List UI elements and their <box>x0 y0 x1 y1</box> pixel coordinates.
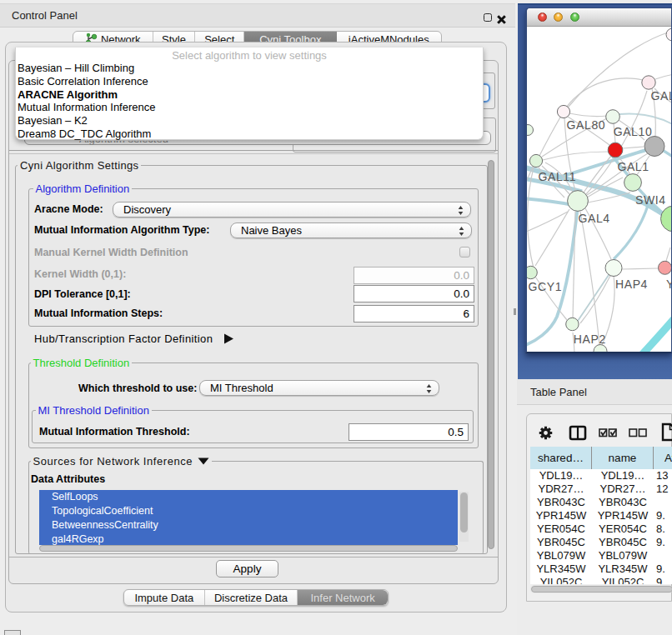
svg-text:GAL10: GAL10 <box>614 125 653 138</box>
svg-text:GAL1: GAL1 <box>617 160 649 173</box>
svg-text:GAL11: GAL11 <box>539 170 577 183</box>
svg-text:Y: Y <box>666 278 672 291</box>
svg-text:GCY1: GCY1 <box>529 280 563 293</box>
svg-text:SWI4: SWI4 <box>635 193 666 207</box>
svg-text:HAP4: HAP4 <box>615 278 648 291</box>
svg-text:GAL80: GAL80 <box>567 118 606 132</box>
svg-text:HAP2: HAP2 <box>574 332 606 346</box>
svg-text:GAL4: GAL4 <box>579 212 610 225</box>
svg-text:GAL7: GAL7 <box>651 89 672 102</box>
